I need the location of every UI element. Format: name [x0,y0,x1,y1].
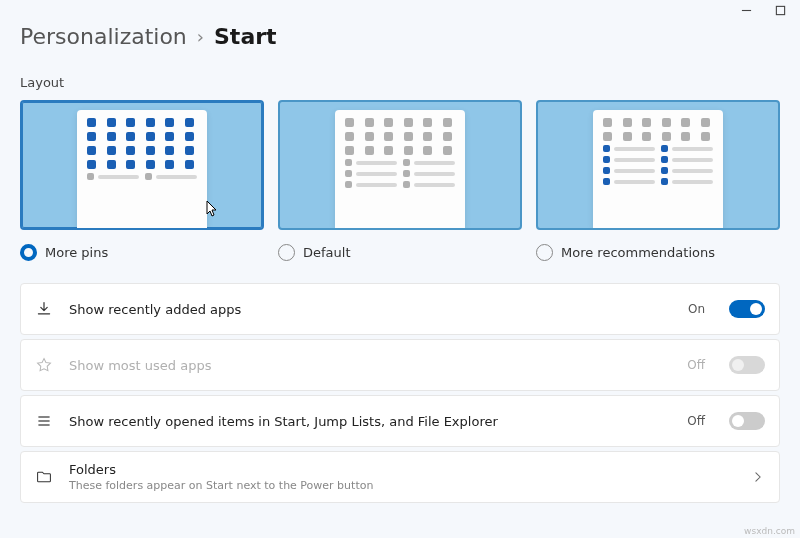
setting-label: Show recently added apps [69,302,672,317]
breadcrumb-sep-icon: › [197,26,204,47]
layout-section-label: Layout [20,75,780,90]
setting-folders[interactable]: Folders These folders appear on Start ne… [20,451,780,503]
toggle-state-label: Off [687,414,705,428]
toggle-most-used [729,356,765,374]
chevron-right-icon [751,470,765,484]
layout-preview-more-recs [536,100,780,230]
layout-preview-more-pins [20,100,264,230]
setting-label: Show recently opened items in Start, Jum… [69,414,671,429]
radio-default[interactable] [278,244,295,261]
radio-more-recs[interactable] [536,244,553,261]
layout-option-default[interactable]: Default [278,100,522,261]
toggle-recent-apps[interactable] [729,300,765,318]
watermark: wsxdn.com [744,526,795,536]
layout-option-label: More pins [45,245,108,260]
radio-more-pins[interactable] [20,244,37,261]
folder-icon [35,468,53,486]
toggle-state-label: On [688,302,705,316]
breadcrumb-current: Start [214,24,277,49]
layout-option-more-recs[interactable]: More recommendations [536,100,780,261]
setting-title: Folders [69,462,735,477]
layout-preview-default [278,100,522,230]
svg-rect-1 [776,6,784,14]
toggle-state-label: Off [687,358,705,372]
setting-label: Show most used apps [69,358,671,373]
setting-desc: These folders appear on Start next to th… [69,479,735,492]
breadcrumb: Personalization › Start [20,24,780,49]
setting-most-used: Show most used apps Off [20,339,780,391]
layout-option-more-pins[interactable]: More pins [20,100,264,261]
download-icon [35,300,53,318]
layout-option-label: More recommendations [561,245,715,260]
star-icon [35,356,53,374]
toggle-recent-items[interactable] [729,412,765,430]
list-icon [35,412,53,430]
setting-recent-items[interactable]: Show recently opened items in Start, Jum… [20,395,780,447]
layout-option-label: Default [303,245,351,260]
setting-recent-apps[interactable]: Show recently added apps On [20,283,780,335]
breadcrumb-parent[interactable]: Personalization [20,24,187,49]
window-minimize-button[interactable] [740,4,752,16]
window-maximize-button[interactable] [774,4,786,16]
